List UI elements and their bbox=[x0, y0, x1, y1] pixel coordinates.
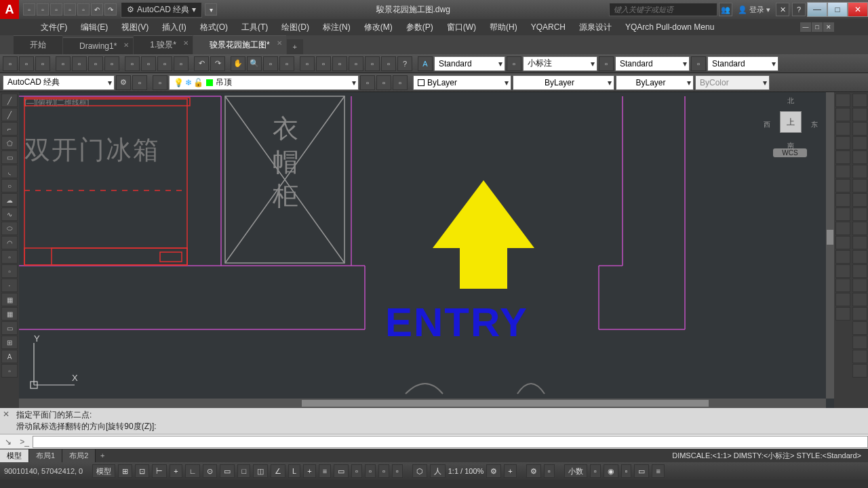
menu-modify[interactable]: 修改(M) bbox=[357, 20, 399, 35]
close-icon[interactable]: ✕ bbox=[3, 409, 9, 419]
insert-icon[interactable]: ▫ bbox=[1, 250, 18, 264]
spline-icon[interactable]: ∿ bbox=[1, 207, 18, 221]
close-icon[interactable]: ✕ bbox=[123, 41, 129, 49]
yq16-icon[interactable] bbox=[852, 307, 867, 321]
gear2-icon[interactable]: ⚙ bbox=[486, 464, 501, 478]
qat-undo-icon[interactable]: ↶ bbox=[91, 3, 103, 16]
osnap-icon[interactable]: □ bbox=[237, 464, 250, 478]
zoomprev-icon[interactable]: ▫ bbox=[279, 56, 294, 71]
new-icon[interactable]: ▫ bbox=[3, 56, 18, 71]
xline-icon[interactable]: ╱ bbox=[1, 108, 18, 121]
tablestyle-icon[interactable]: ▫ bbox=[599, 56, 614, 71]
qat-redo-icon[interactable]: ↷ bbox=[104, 3, 117, 16]
layermgr-icon[interactable]: ▫ bbox=[153, 75, 167, 90]
viewcube-wcs[interactable]: WCS bbox=[773, 148, 807, 157]
render-icon[interactable]: ▫ bbox=[365, 56, 380, 71]
textstyle-icon[interactable]: A bbox=[418, 56, 433, 71]
model-space-viewport[interactable]: [—][俯视][二维线框] bbox=[19, 92, 826, 399]
array-icon[interactable] bbox=[835, 150, 850, 164]
yq13-icon[interactable] bbox=[852, 264, 867, 278]
exchange-icon[interactable]: ✕ bbox=[776, 3, 789, 16]
yq6-icon[interactable] bbox=[852, 165, 867, 178]
layout-tab-2[interactable]: 布局2 bbox=[62, 449, 96, 462]
past-icon[interactable]: ▫ bbox=[392, 464, 403, 478]
viewcube[interactable]: 北 西 东 南 上 WCS bbox=[764, 96, 818, 157]
menu-yqarch[interactable]: YQARCH bbox=[524, 20, 572, 34]
addsel-icon[interactable]: ▫ bbox=[1, 364, 18, 378]
publish-icon[interactable]: ▫ bbox=[88, 56, 103, 71]
monitor-icon[interactable]: ▫ bbox=[544, 464, 555, 478]
join-icon[interactable] bbox=[835, 264, 850, 278]
yq18-icon[interactable] bbox=[852, 336, 867, 349]
close-button[interactable]: ✕ bbox=[848, 2, 868, 17]
ortho-icon[interactable]: ∟ bbox=[185, 464, 201, 478]
tool-icon[interactable]: ▫ bbox=[332, 56, 347, 71]
tab-drawing1[interactable]: Drawing1*✕ bbox=[63, 37, 133, 54]
layeriso-icon[interactable]: ▫ bbox=[376, 75, 391, 90]
lwt-icon[interactable]: ≡ bbox=[319, 464, 331, 478]
explode-icon[interactable] bbox=[835, 307, 850, 321]
revcloud-icon[interactable]: ☁ bbox=[1, 193, 18, 207]
props-icon[interactable]: ▫ bbox=[300, 56, 315, 71]
layerstate-icon[interactable]: ▫ bbox=[360, 75, 375, 90]
workspace-dropdown[interactable]: AutoCAD 经典 bbox=[3, 75, 115, 90]
ws-save-icon[interactable]: ▫ bbox=[132, 75, 147, 90]
tab-garden[interactable]: 骏景花园施工图*✕ bbox=[193, 35, 286, 54]
preview-icon[interactable]: ▫ bbox=[72, 56, 87, 71]
hw-icon[interactable]: ◉ bbox=[604, 464, 618, 478]
menu-file[interactable]: 文件(F) bbox=[34, 20, 74, 35]
layout-tab-model[interactable]: 模型 bbox=[0, 449, 29, 462]
rotate-icon[interactable] bbox=[835, 179, 850, 192]
rect-icon[interactable]: ▭ bbox=[1, 150, 18, 164]
tab-start[interactable]: 开始 bbox=[14, 35, 62, 54]
trim-icon[interactable] bbox=[835, 222, 850, 235]
minimize-button[interactable]: — bbox=[807, 2, 827, 17]
grid-icon[interactable]: ⊞ bbox=[118, 464, 132, 478]
menu-tools[interactable]: 工具(T) bbox=[235, 20, 275, 35]
cmd-handle-icon[interactable]: ↘ bbox=[0, 435, 16, 449]
menu-window[interactable]: 窗口(W) bbox=[440, 20, 483, 35]
menu-draw[interactable]: 绘图(D) bbox=[275, 20, 316, 35]
login-button[interactable]: 👤 登录 ▾ bbox=[734, 5, 774, 15]
otrack-icon[interactable]: ∠ bbox=[271, 464, 285, 478]
close-icon[interactable]: ✕ bbox=[183, 39, 189, 47]
qat-open-icon[interactable]: ▫ bbox=[37, 3, 49, 16]
dyn2-icon[interactable]: + bbox=[303, 464, 315, 478]
point-icon[interactable]: · bbox=[1, 279, 18, 292]
erase-icon[interactable] bbox=[835, 94, 850, 107]
maximize-button[interactable]: □ bbox=[827, 2, 848, 17]
annoscale-icon[interactable]: 人 bbox=[430, 464, 446, 478]
mleader-style-dropdown[interactable]: Standard bbox=[707, 56, 778, 71]
ellipsearc-icon[interactable]: ◠ bbox=[1, 236, 18, 249]
menu-dim[interactable]: 标注(N) bbox=[316, 20, 357, 35]
paste-icon[interactable]: ▫ bbox=[157, 56, 172, 71]
workspace-selector[interactable]: ⚙ AutoCAD 经典 ▾ bbox=[121, 2, 202, 18]
yq12-icon[interactable] bbox=[852, 250, 867, 264]
layer-icon[interactable]: ▫ bbox=[381, 56, 396, 71]
custom-icon[interactable]: ≡ bbox=[652, 464, 664, 478]
clean-icon[interactable]: ▭ bbox=[634, 464, 649, 478]
redo-icon[interactable]: ↷ bbox=[210, 56, 225, 71]
table-icon[interactable]: ⊞ bbox=[1, 336, 18, 349]
menu-edit[interactable]: 编辑(E) bbox=[74, 20, 115, 35]
plotstyle-dropdown[interactable]: ByColor bbox=[695, 75, 770, 90]
extend-icon[interactable] bbox=[835, 236, 850, 249]
yq3-icon[interactable] bbox=[852, 122, 867, 136]
yq20-icon[interactable] bbox=[852, 364, 867, 378]
yq9-icon[interactable] bbox=[852, 207, 867, 221]
vis-icon[interactable]: + bbox=[504, 464, 516, 478]
yq2-icon[interactable] bbox=[852, 108, 867, 121]
app-icon[interactable]: A bbox=[0, 0, 19, 19]
ws-icon[interactable]: ⚙ bbox=[526, 464, 541, 478]
menu-help[interactable]: 帮助(H) bbox=[483, 20, 524, 35]
anno-icon[interactable]: ⬡ bbox=[412, 464, 427, 478]
menu-insert[interactable]: 插入(I) bbox=[155, 20, 193, 35]
save-icon[interactable]: ▫ bbox=[35, 56, 50, 71]
layout-tab-1[interactable]: 布局1 bbox=[29, 449, 62, 462]
viewcube-face[interactable]: 上 bbox=[780, 111, 802, 133]
scale-icon[interactable] bbox=[835, 193, 850, 207]
hatch-icon[interactable]: ▦ bbox=[1, 293, 18, 306]
iso2-icon[interactable]: ▫ bbox=[621, 464, 632, 478]
zoom-icon[interactable]: 🔍 bbox=[247, 56, 262, 71]
mleader-icon[interactable]: ▫ bbox=[691, 56, 706, 71]
